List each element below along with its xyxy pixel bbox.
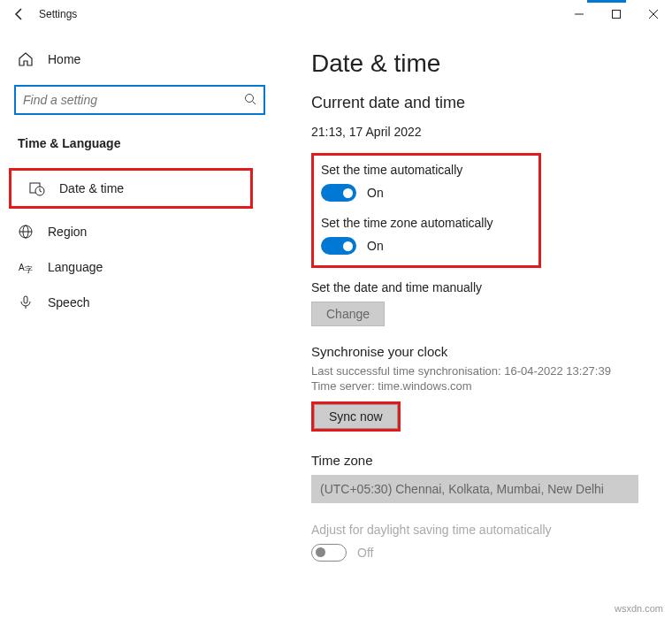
titlebar: Settings [0,0,672,28]
nav-label: Region [48,225,87,239]
watermark: wsxdn.com [615,603,663,614]
auto-time-toggle[interactable] [321,184,356,202]
sync-now-button[interactable]: Sync now [314,404,398,429]
auto-tz-label: Set the time zone automatically [321,216,528,230]
sidebar-item-language[interactable]: A字 Language [0,249,279,285]
sync-title: Synchronise your clock [311,344,640,359]
sidebar: Home Time & Language Date & time Region … [0,28,279,619]
svg-rect-1 [613,11,621,19]
auto-tz-toggle[interactable] [321,237,356,255]
sidebar-item-speech[interactable]: Speech [0,285,279,320]
manual-label: Set the date and time manually [311,280,640,294]
globe-icon [18,224,34,240]
close-button[interactable] [635,2,672,27]
accent-indicator [587,0,626,3]
clock-calendar-icon [29,180,45,196]
tz-select: (UTC+05:30) Chennai, Kolkata, Mumbai, Ne… [311,475,638,503]
sync-last: Last successful time synchronisation: 16… [311,364,640,378]
daylight-toggle [311,544,347,562]
svg-text:A: A [19,263,25,272]
auto-time-state: On [367,186,384,200]
current-datetime: 21:13, 17 April 2022 [311,125,640,139]
daylight-label: Adjust for daylight saving time automati… [311,523,640,537]
auto-time-label: Set the time automatically [321,163,528,177]
home-nav[interactable]: Home [0,42,279,76]
page-title: Date & time [311,50,640,78]
tz-title: Time zone [311,453,640,468]
category-header: Time & Language [0,124,279,163]
svg-line-5 [253,101,256,104]
maximize-button[interactable] [598,2,635,27]
nav-label: Speech [48,295,89,310]
svg-rect-15 [24,296,27,303]
window-controls [561,2,672,27]
content-pane: Date & time Current date and time 21:13,… [279,28,672,619]
nav-label: Date & time [59,181,124,195]
svg-text:字: 字 [25,265,33,274]
microphone-icon [18,294,34,310]
back-button[interactable] [7,2,32,27]
sync-server: Time server: time.windows.com [311,379,640,393]
highlight-sync-button: Sync now [311,401,401,432]
svg-point-4 [246,94,254,102]
sidebar-item-date-time[interactable]: Date & time [9,168,253,209]
daylight-state: Off [357,546,373,560]
search-box[interactable] [14,85,265,115]
section-current: Current date and time [311,94,640,112]
home-label: Home [48,52,80,66]
auto-tz-state: On [367,239,384,253]
search-input[interactable] [23,93,244,107]
home-icon [18,51,34,67]
nav-label: Language [48,260,103,274]
language-icon: A字 [18,259,34,275]
minimize-button[interactable] [561,2,598,27]
sidebar-item-region[interactable]: Region [0,214,279,249]
highlight-auto-settings: Set the time automatically On Set the ti… [311,153,541,268]
change-button: Change [311,302,385,326]
search-icon [244,93,256,108]
window-title: Settings [39,8,77,20]
